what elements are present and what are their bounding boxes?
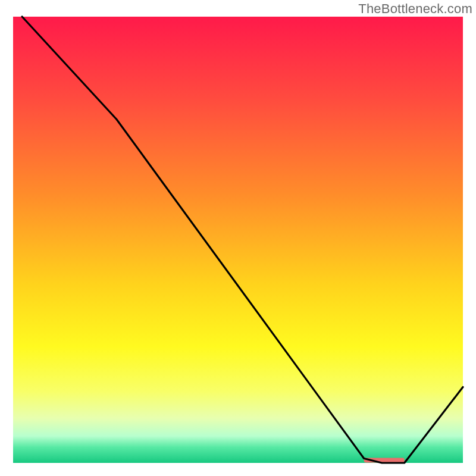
plot-background	[13, 17, 463, 463]
bottleneck-chart	[0, 0, 476, 476]
chart-stage: TheBottleneck.com	[0, 0, 476, 476]
